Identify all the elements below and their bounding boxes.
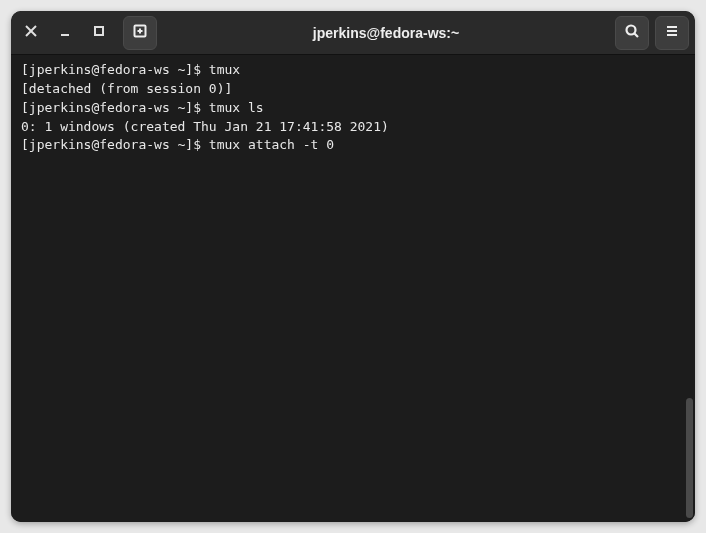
terminal-line: 0: 1 windows (created Thu Jan 21 17:41:5…: [21, 118, 685, 137]
maximize-icon: [92, 24, 106, 42]
minimize-button[interactable]: [51, 19, 79, 47]
scrollbar[interactable]: [686, 398, 693, 518]
command: tmux: [209, 62, 240, 77]
search-icon: [624, 23, 640, 43]
hamburger-icon: [664, 23, 680, 43]
new-tab-icon: [132, 23, 148, 43]
close-icon: [24, 24, 38, 42]
command: tmux ls: [209, 100, 264, 115]
svg-point-7: [627, 25, 636, 34]
terminal-window: jperkins@fedora-ws:~ [jperkins@fedora-ws…: [0, 0, 706, 533]
search-button[interactable]: [615, 16, 649, 50]
output: [detached (from session 0)]: [21, 81, 232, 96]
terminal-line: [jperkins@fedora-ws ~]$ tmux: [21, 61, 685, 80]
terminal-body[interactable]: [jperkins@fedora-ws ~]$ tmux [detached (…: [11, 55, 695, 522]
terminal-line: [jperkins@fedora-ws ~]$ tmux attach -t 0: [21, 136, 685, 155]
terminal-line: [jperkins@fedora-ws ~]$ tmux ls: [21, 99, 685, 118]
titlebar: jperkins@fedora-ws:~: [11, 11, 695, 55]
terminal-line: [detached (from session 0)]: [21, 80, 685, 99]
prompt: [jperkins@fedora-ws ~]$: [21, 62, 209, 77]
output: 0: 1 windows (created Thu Jan 21 17:41:5…: [21, 119, 389, 134]
prompt: [jperkins@fedora-ws ~]$: [21, 137, 209, 152]
hamburger-menu-button[interactable]: [655, 16, 689, 50]
window-title: jperkins@fedora-ws:~: [163, 25, 609, 41]
svg-line-8: [635, 33, 639, 37]
close-button[interactable]: [17, 19, 45, 47]
window-frame: jperkins@fedora-ws:~ [jperkins@fedora-ws…: [11, 11, 695, 522]
new-tab-button[interactable]: [123, 16, 157, 50]
svg-rect-3: [95, 27, 103, 35]
maximize-button[interactable]: [85, 19, 113, 47]
prompt: [jperkins@fedora-ws ~]$: [21, 100, 209, 115]
minimize-icon: [58, 24, 72, 42]
command: tmux attach -t 0: [209, 137, 334, 152]
